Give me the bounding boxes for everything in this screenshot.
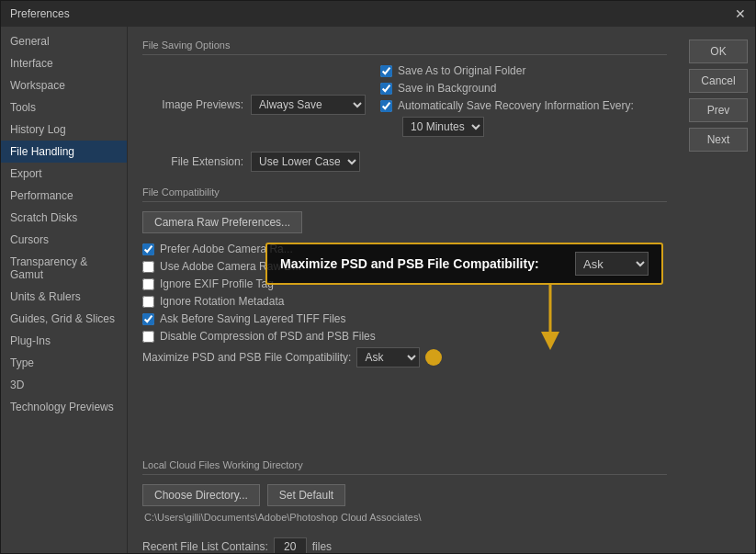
- title-bar: Preferences ✕: [1, 1, 755, 27]
- ignore-rotation-row: Ignore Rotation Metadata: [142, 295, 667, 308]
- recent-count-input[interactable]: [274, 537, 307, 553]
- sidebar-item-guides-grid[interactable]: Guides, Grid & Slices: [1, 308, 127, 330]
- cancel-button[interactable]: Cancel: [689, 69, 748, 93]
- next-button[interactable]: Next: [689, 128, 748, 152]
- highlight-label: Maximize PSD and PSB File Compatibility:: [280, 256, 575, 271]
- maximize-compat-inline-label: Maximize PSD and PSB File Compatibility:: [142, 351, 351, 364]
- sidebar-item-workspace[interactable]: Workspace: [1, 74, 127, 96]
- ok-button[interactable]: OK: [689, 40, 748, 63]
- recent-label: Recent File List Contains:: [142, 540, 268, 553]
- sidebar-item-transparency-gamut[interactable]: Transparency & Gamut: [1, 251, 127, 286]
- ignore-rotation-checkbox[interactable]: [142, 296, 154, 308]
- ask-before-saving-label: Ask Before Saving Layered TIFF Files: [160, 312, 346, 325]
- dot-indicator: [425, 349, 442, 366]
- local-cloud-section: Local Cloud Files Working Directory Choo…: [142, 459, 667, 523]
- auto-save-interval-row: 10 Minutes 1 Minute 5 Minutes 15 Minutes…: [402, 117, 634, 137]
- image-previews-select[interactable]: Always Save Never Save Ask When Saving: [251, 95, 366, 115]
- sidebar-item-scratch-disks[interactable]: Scratch Disks: [1, 207, 127, 229]
- file-extension-select[interactable]: Use Lower Case Use Upper Case: [251, 152, 360, 172]
- window-title: Preferences: [10, 7, 70, 20]
- main-content: File Saving Options Image Previews: Alwa…: [128, 27, 682, 553]
- file-extension-label: File Extension:: [142, 155, 243, 168]
- sidebar-item-interface[interactable]: Interface: [1, 52, 127, 74]
- sidebar-item-3d[interactable]: 3D: [1, 374, 127, 396]
- set-default-button[interactable]: Set Default: [267, 484, 345, 506]
- ask-before-saving-checkbox[interactable]: [142, 313, 154, 325]
- preferences-window: Preferences ✕ General Interface Workspac…: [0, 0, 756, 554]
- sidebar-item-type[interactable]: Type: [1, 352, 127, 374]
- auto-save-label: Automatically Save Recovery Information …: [398, 99, 634, 112]
- save-in-background-checkbox[interactable]: [380, 83, 392, 95]
- checkboxes-right: Save As to Original Folder Save in Backg…: [380, 64, 634, 144]
- sidebar: General Interface Workspace Tools Histor…: [1, 27, 128, 553]
- maximize-compat-inline-select[interactable]: Ask Always Never: [356, 347, 420, 367]
- ignore-exif-checkbox[interactable]: [142, 278, 154, 290]
- highlight-compat-select[interactable]: Ask Always Never: [575, 252, 649, 276]
- sidebar-item-file-handling[interactable]: File Handling: [1, 141, 127, 163]
- sidebar-item-history-log[interactable]: History Log: [1, 119, 127, 141]
- file-compatibility-label: File Compatibility: [142, 187, 667, 202]
- maximize-compat-inline-row: Maximize PSD and PSB File Compatibility:…: [142, 347, 667, 367]
- auto-save-interval-select[interactable]: 10 Minutes 1 Minute 5 Minutes 15 Minutes…: [402, 117, 484, 137]
- camera-raw-button[interactable]: Camera Raw Preferences...: [142, 211, 302, 233]
- save-as-original-label: Save As to Original Folder: [398, 64, 525, 77]
- save-as-original-row: Save As to Original Folder: [380, 64, 634, 77]
- sidebar-item-general[interactable]: General: [1, 30, 127, 52]
- prev-button[interactable]: Prev: [689, 98, 748, 122]
- disable-compression-checkbox[interactable]: [142, 331, 154, 343]
- content-area: General Interface Workspace Tools Histor…: [1, 27, 755, 553]
- local-cloud-label: Local Cloud Files Working Directory: [142, 459, 667, 475]
- auto-save-checkbox[interactable]: [380, 100, 392, 112]
- prefer-adobe-checkbox[interactable]: [142, 243, 154, 255]
- save-in-background-label: Save in Background: [398, 82, 496, 95]
- sidebar-item-cursors[interactable]: Cursors: [1, 229, 127, 251]
- ignore-exif-label: Ignore EXIF Profile Tag: [160, 277, 274, 290]
- choose-directory-button[interactable]: Choose Directory...: [142, 484, 260, 506]
- file-saving-section: File Saving Options Image Previews: Alwa…: [142, 40, 667, 172]
- auto-save-row: Automatically Save Recovery Information …: [380, 99, 634, 112]
- sidebar-item-technology-previews[interactable]: Technology Previews: [1, 396, 127, 418]
- file-extension-row: File Extension: Use Lower Case Use Upper…: [142, 152, 667, 172]
- sidebar-item-units-rulers[interactable]: Units & Rulers: [1, 286, 127, 308]
- ask-before-saving-row: Ask Before Saving Layered TIFF Files: [142, 312, 667, 325]
- cloud-path: C:\Users\gilli\Documents\Adobe\Photoshop…: [144, 512, 667, 523]
- sidebar-item-tools[interactable]: Tools: [1, 96, 127, 119]
- recent-file-row: Recent File List Contains: files: [142, 537, 667, 553]
- save-as-original-checkbox[interactable]: [380, 65, 392, 77]
- maximize-compat-highlight: Maximize PSD and PSB File Compatibility:…: [265, 243, 663, 285]
- disable-compression-row: Disable Compression of PSD and PSB Files: [142, 330, 667, 343]
- sidebar-item-performance[interactable]: Performance: [1, 185, 127, 207]
- image-previews-label: Image Previews:: [142, 98, 243, 111]
- sidebar-item-plug-ins[interactable]: Plug-Ins: [1, 330, 127, 352]
- buttons-panel: OK Cancel Prev Next: [682, 27, 755, 553]
- sidebar-item-export[interactable]: Export: [1, 163, 127, 185]
- file-saving-label: File Saving Options: [142, 40, 667, 55]
- close-button[interactable]: ✕: [735, 6, 746, 21]
- dir-buttons-row: Choose Directory... Set Default: [142, 484, 667, 506]
- disable-compression-label: Disable Compression of PSD and PSB Files: [160, 330, 376, 343]
- recent-suffix: files: [312, 540, 332, 553]
- image-previews-row: Image Previews: Always Save Never Save A…: [142, 64, 667, 144]
- use-adobe-checkbox[interactable]: [142, 261, 154, 273]
- save-in-background-row: Save in Background: [380, 82, 634, 95]
- ignore-rotation-label: Ignore Rotation Metadata: [160, 295, 284, 308]
